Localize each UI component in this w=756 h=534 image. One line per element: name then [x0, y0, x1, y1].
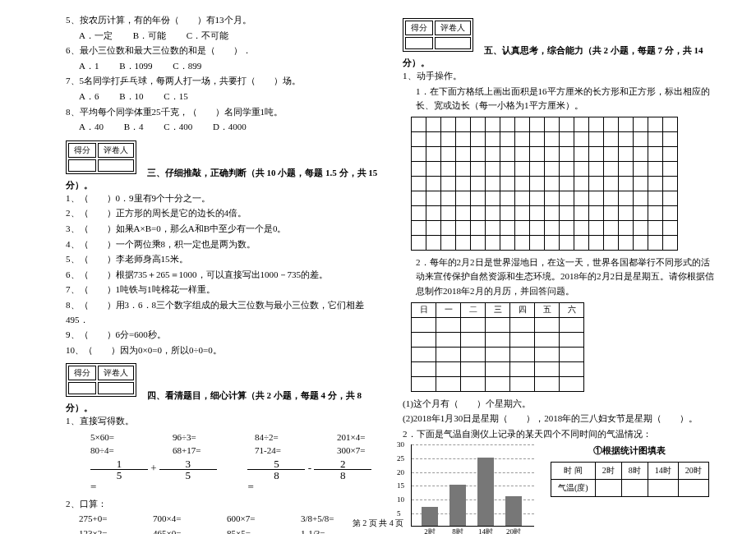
j3: 3、（ ）如果A×B=0，那么A和B中至少有一个是0。: [66, 222, 378, 237]
q-b: (2)2018年1月30日是星期（ ），2018年的三八妇女节是星期（ ）。: [403, 412, 715, 426]
right-column: 得分 评卷人 五、认真思考，综合能力（共 2 小题，每题 7 分，共 14 分）…: [403, 13, 715, 534]
reviewer-label: 评卷人: [98, 143, 134, 158]
q7: 7、5名同学打乒乓球，每两人打一场，共要打（ ）场。: [66, 74, 378, 89]
score-label: 得分: [68, 143, 96, 158]
q6-opt-a: A．1: [79, 61, 99, 71]
q8-opt-d: D．4000: [213, 122, 247, 131]
bar-chart: （度） 510152025302时8时14时20时: [411, 444, 534, 527]
j6: 6、（ ）根据735＋265＝1000，可以直接写出1000－735的差。: [66, 268, 378, 283]
j7: 7、（ ）1吨铁与1吨棉花一样重。: [66, 283, 378, 297]
j8: 8、（ ）用3．6．8三个数字组成的最大三位数与最小三位数，它们相差495．: [66, 298, 378, 327]
j9: 9、（ ）6分=600秒。: [66, 328, 378, 343]
calendar-table: 日一二三四五六: [411, 302, 584, 392]
q6-opt-c: C．899: [173, 61, 201, 71]
score-box-3: 得分 评卷人 三、仔细推敲，正确判断（共 10 小题，每题 1.5 分，共 15…: [66, 136, 378, 191]
calc-row-1: 5×60= 96÷3= 84÷2= 201×4=: [66, 432, 378, 442]
q6: 6、最小三位数和最大三位数的和是（ ）．: [66, 44, 378, 58]
j1: 1、（ ）0．9里有9个十分之一。: [66, 191, 378, 206]
grid-paper: [411, 117, 678, 251]
score-box-4: 得分 评卷人 四、看清题目，细心计算（共 2 小题，每题 4 分，共 8 分）。: [66, 358, 378, 414]
page-footer: 第 2 页 共 4 页: [0, 518, 756, 529]
calc-row-frac: 15 + 35 = 58 - 28 =: [66, 458, 378, 494]
p2: 2．下面是气温自测仪上记录的某天四个不同时间的气温情况：: [403, 427, 715, 442]
calc-row-2: 80÷4= 68+17= 71-24= 300×7=: [66, 445, 378, 455]
j10: 10、（ ）因为0×0=0，所以0÷0=0。: [66, 343, 378, 358]
stat-panel: ①根据统计图填表 时 间 2时 8时 14时 20时 气温(度): [551, 444, 709, 527]
q8: 8、平均每个同学体重25千克，（ ）名同学重1吨。: [66, 105, 378, 120]
stat-table: 时 间 2时 8时 14时 20时 气温(度): [551, 462, 709, 497]
q6-opt-b: B．1099: [119, 61, 152, 71]
q8-opt-b: B．4: [124, 122, 144, 131]
p1-1: 1．在下面方格纸上画出面积是16平方厘米的长方形和正方形，标出相应的长、宽或边长…: [403, 85, 715, 113]
p1: 1、动手操作。: [403, 69, 715, 84]
q8-opt-a: A．40: [79, 122, 104, 131]
q7-opt-b: B．10: [119, 91, 143, 101]
q5-opt-c: C．不可能: [187, 30, 228, 40]
calc-2-title: 2、口算：: [66, 497, 378, 512]
score-box-5: 得分 评卷人 五、认真思考，综合能力（共 2 小题，每题 7 分，共 14 分）…: [403, 13, 715, 69]
q5-opt-b: B．可能: [133, 30, 166, 40]
q5: 5、按农历计算，有的年份（ ）有13个月。: [66, 13, 378, 28]
q7-opt-c: C．15: [164, 91, 187, 101]
stat-title: ①根据统计图填表: [551, 444, 709, 457]
j4: 4、（ ）一个两位乘8，积一定也是两为数。: [66, 237, 378, 252]
q-a: (1)这个月有（ ）个星期六。: [403, 397, 715, 412]
j2: 2、（ ）正方形的周长是它的边长的4倍。: [66, 206, 378, 221]
left-column: 5、按农历计算，有的年份（ ）有13个月。 A．一定 B．可能 C．不可能 6、…: [66, 13, 378, 534]
j5: 5、（ ）李老师身高15米。: [66, 252, 378, 267]
calc-1-title: 1、直接写得数。: [66, 414, 378, 429]
q8-opt-c: C．400: [164, 122, 192, 131]
q5-opt-a: A．一定: [79, 30, 113, 40]
q7-opt-a: A．6: [79, 91, 99, 101]
p1-2: 2．每年的2月2日是世界湿地日，在这一天，世界各国都举行不同形式的活动来宣传保护…: [403, 255, 715, 299]
